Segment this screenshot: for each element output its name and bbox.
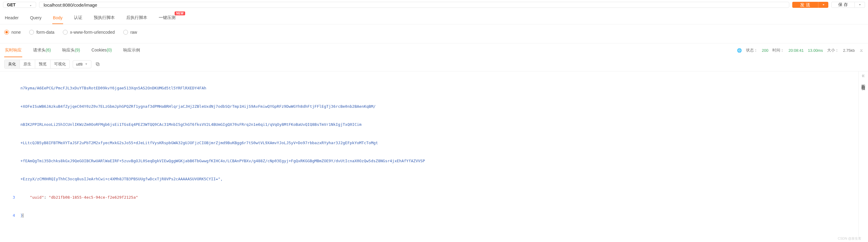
response-toolbar: 美化 原生 预览 可视化 utf8 (0, 57, 868, 71)
send-dropdown[interactable] (818, 2, 828, 8)
body-type-raw[interactable]: raw (123, 30, 137, 35)
editor-row: +fEAmQgTmi35Dchks8kGxJ9QeGOIBCRwUARlWaEI… (2, 158, 856, 164)
encoding-select[interactable]: utf8 (73, 60, 91, 68)
count-badge: (6) (46, 48, 51, 52)
code-line: +fEAmQgTmi35Dchks8kGxJ9QeGOIBCRwUARlWaEI… (21, 158, 856, 164)
editor-row: nBIK2PPIRLnooLi25hICUnlIKWzZm0OoRFMgb6js… (2, 122, 856, 128)
resp-tab-request-headers[interactable]: 请求头(6) (32, 43, 52, 57)
radio-icon (4, 30, 9, 35)
status-code: 200 (762, 48, 769, 53)
tab-load-test-label: 一键压测 (159, 15, 176, 20)
time-label: 时间： (772, 48, 784, 53)
request-row: GET localhost:8080/code/image 发 送 保 存 (0, 0, 868, 10)
line-number (2, 158, 21, 164)
http-method-select[interactable]: GET (3, 2, 36, 8)
chevron-down-icon (85, 62, 88, 66)
body-type-options: none form-data x-www-form-urlencoded raw (0, 24, 868, 43)
size-value: 2.75kb (843, 48, 855, 53)
radio-label: x-www-form-urlencoded (70, 30, 115, 35)
http-method-value: GET (7, 2, 16, 7)
response-meta: 🌐 状态： 200 时间： 20:08:41 13.00ms 大小： 2.75k… (737, 48, 864, 53)
line-number (2, 122, 21, 128)
line-number (2, 85, 21, 91)
save-dropdown[interactable] (855, 2, 865, 8)
code-line: nBIK2PPIRLnooLi25hICUnlIKWzZm0OoRFMgb6js… (21, 122, 856, 128)
tab-post-script[interactable]: 后执行脚本 (126, 12, 148, 24)
url-text: localhost:8080/code/image (43, 2, 97, 7)
line-number (2, 104, 21, 110)
seg-visualize[interactable]: 可视化 (51, 60, 69, 68)
collapse-icon[interactable] (861, 74, 866, 78)
editor-row: +XOFeISuWB6JAzkuB4fZyjqeC04Y0zZ0v7ELzGbm… (2, 104, 856, 110)
svg-rect-1 (96, 62, 98, 65)
encoding-value: utf8 (76, 62, 83, 66)
copy-icon[interactable] (94, 61, 101, 68)
response-editor[interactable]: n7kyma/A6EePCG/PmcFJL3xDuYTBsRotED09kvY6… (0, 71, 858, 237)
assertions-sidebar: 断言与校验 (858, 71, 868, 237)
editor-row: 3 "uuid": "db21fb08-1855-4ec5-94ce-f2e62… (2, 194, 856, 200)
size-label: 大小： (827, 48, 839, 53)
tab-load-test[interactable]: 一键压测 NEW (158, 12, 176, 24)
tab-query[interactable]: Query (29, 13, 42, 24)
json-key: "uuid" (30, 195, 44, 199)
radio-icon (123, 30, 128, 35)
tab-body[interactable]: Body (52, 13, 63, 24)
line-number (2, 176, 21, 182)
seg-preview[interactable]: 预览 (35, 60, 51, 68)
save-button-group: 保 存 (831, 2, 865, 8)
editor-row: n7kyma/A6EePCG/PmcFJL3xDuYTBsRotED09kvY6… (2, 85, 856, 91)
body-type-x-www-form-urlencoded[interactable]: x-www-form-urlencoded (63, 30, 115, 35)
radio-icon (63, 30, 68, 35)
line-number: 4 (2, 213, 21, 218)
time-value: 20:08:41 (788, 48, 804, 53)
url-input[interactable]: localhost:8080/code/image (39, 2, 789, 8)
request-tabs: Header Query Body 认证 预执行脚本 后执行脚本 一键压测 NE… (0, 10, 868, 24)
download-icon[interactable] (859, 48, 864, 53)
svg-rect-0 (97, 63, 99, 65)
globe-icon[interactable]: 🌐 (737, 48, 742, 53)
code-line: +XOFeISuWB6JAzkuB4fZyjqeC04Y0zZ0v7ELzGbm… (21, 104, 856, 110)
radio-label: none (11, 30, 21, 35)
resp-tab-label: 请求头 (33, 48, 46, 52)
cursor-icon (23, 213, 23, 218)
resp-tab-response-headers[interactable]: 响应头(9) (62, 43, 81, 57)
assertions-toggle[interactable]: 断言与校验 (861, 81, 866, 84)
resp-tab-cookies[interactable]: Cookies(0) (91, 43, 113, 57)
seg-pretty[interactable]: 美化 (4, 60, 20, 68)
line-number: 3 (2, 194, 21, 200)
response-header: 实时响应 请求头(6) 响应头(9) Cookies(0) 响应示例 🌐 状态：… (0, 43, 868, 57)
radio-label: raw (130, 30, 137, 35)
view-mode-segment: 美化 原生 预览 可视化 (4, 60, 70, 69)
tab-header[interactable]: Header (4, 13, 19, 24)
radio-label: form-data (36, 30, 54, 35)
chevron-down-icon (29, 3, 32, 6)
editor-row: +EzzyX/zCM0HRQIyThhC3ocq8usIJeArhCwi+c4X… (2, 176, 856, 182)
resp-tab-realtime[interactable]: 实时响应 (4, 43, 22, 57)
save-button[interactable]: 保 存 (831, 2, 855, 8)
editor-row: 4 } (2, 213, 856, 218)
body-type-none[interactable]: none (4, 30, 21, 35)
code-line: } (21, 213, 856, 218)
resp-tab-label: 响应头 (62, 48, 75, 52)
send-button[interactable]: 发 送 (792, 2, 818, 8)
count-badge: (0) (107, 48, 112, 52)
tab-auth[interactable]: 认证 (73, 12, 83, 24)
duration-value: 13.00ms (808, 48, 823, 53)
code-line: +EzzyX/zCM0HRQIyThhC3ocq8usIJeArhCwi+c4X… (21, 176, 856, 182)
code-line: +LLtcQJB5yB8IFBTMeXYTaJSF2uPbT2M2xfyecMx… (21, 140, 856, 146)
seg-raw[interactable]: 原生 (20, 60, 35, 68)
count-badge: (9) (75, 48, 80, 52)
code-line: n7kyma/A6EePCG/PmcFJL3xDuYTBsRotED09kvY6… (21, 85, 856, 91)
json-value: "db21fb08-1855-4ec5-94ce-f2e629f2125a" (49, 195, 138, 199)
radio-icon (29, 30, 34, 35)
code-line: "uuid": "db21fb08-1855-4ec5-94ce-f2e629f… (21, 194, 856, 200)
tab-pre-script[interactable]: 预执行脚本 (93, 12, 116, 24)
send-button-group: 发 送 (792, 2, 828, 8)
body-type-form-data[interactable]: form-data (29, 30, 54, 35)
line-number (2, 140, 21, 146)
resp-tab-examples[interactable]: 响应示例 (123, 43, 141, 57)
resp-tab-label: Cookies (91, 48, 107, 52)
editor-row: +LLtcQJB5yB8IFBTMeXYTaJSF2uPbT2M2xfyecMx… (2, 140, 856, 146)
new-badge: NEW (175, 11, 185, 15)
response-tabs: 实时响应 请求头(6) 响应头(9) Cookies(0) 响应示例 (4, 43, 141, 57)
